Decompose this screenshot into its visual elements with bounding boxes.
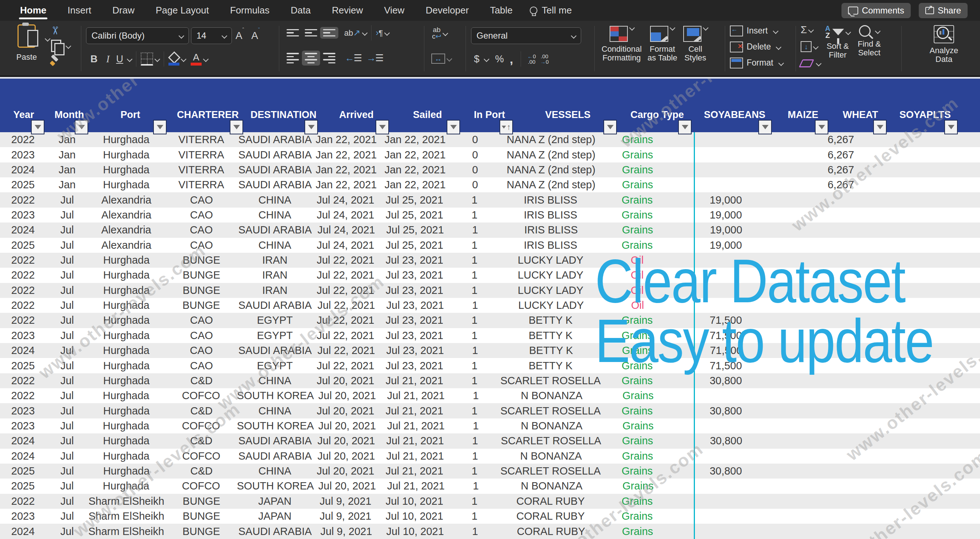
cell-sailed[interactable]: Jan 22, 2021: [380, 132, 450, 147]
cell-month[interactable]: Jul: [46, 388, 88, 403]
align-middle-button[interactable]: [302, 27, 320, 39]
filter-dropdown-button-maize[interactable]: [815, 120, 828, 135]
cell-month[interactable]: Jul: [46, 313, 88, 328]
cell-year[interactable]: 2023: [0, 419, 46, 433]
cell-destination[interactable]: SOUTH KOREA: [238, 388, 313, 403]
cell-soyaplts[interactable]: [864, 178, 933, 192]
cell-destination[interactable]: CHINA: [239, 403, 311, 418]
cell-charterer[interactable]: BUNGE: [164, 253, 239, 268]
cell-cargo-type[interactable]: Grains: [601, 509, 673, 524]
cell-port[interactable]: Hurghada: [88, 373, 164, 388]
cell-hipr[interactable]: [933, 419, 980, 433]
cell-port[interactable]: Hurghada: [88, 449, 164, 464]
currency-format-button[interactable]: $: [471, 54, 488, 65]
cell-maize[interactable]: [751, 509, 807, 524]
align-center-button[interactable]: [302, 51, 320, 65]
cell-year[interactable]: 2023: [0, 208, 46, 222]
cell-maize[interactable]: [751, 494, 807, 509]
align-right-button[interactable]: [320, 51, 338, 65]
cell-in-port[interactable]: 1: [450, 419, 501, 433]
cell-cargo-type[interactable]: Grains: [601, 433, 674, 448]
cell-year[interactable]: 2024: [0, 524, 46, 539]
cell-cargo-type[interactable]: Grains: [602, 479, 674, 493]
borders-button[interactable]: [141, 52, 159, 65]
cell-port[interactable]: Hurghada: [88, 162, 164, 178]
cell-soyaplts[interactable]: [864, 433, 933, 448]
cell-month[interactable]: Jul: [46, 509, 88, 524]
cell-arrived[interactable]: Jul 22, 2021: [312, 298, 380, 313]
cell-port[interactable]: Hurghada: [88, 403, 164, 418]
cell-soyabeans[interactable]: 19,000: [673, 208, 751, 222]
cell-year[interactable]: 2025: [0, 238, 46, 253]
cell-soyaplts[interactable]: [864, 419, 932, 433]
cell-vessels[interactable]: BETTY K: [500, 328, 601, 343]
align-left-button[interactable]: [284, 51, 302, 65]
cell-maize[interactable]: [752, 132, 807, 147]
cell-port[interactable]: Alexandria: [88, 222, 164, 238]
cell-hipr[interactable]: [932, 298, 980, 313]
cell-arrived[interactable]: Jan 22, 2021: [312, 162, 380, 178]
menu-tab-review[interactable]: Review: [321, 0, 373, 21]
cell-port[interactable]: Hurghada: [88, 433, 164, 448]
cell-month[interactable]: Jul: [46, 208, 88, 222]
cell-in-port[interactable]: 1: [449, 208, 500, 222]
cell-maize[interactable]: [752, 524, 807, 539]
cell-port[interactable]: Sharm ElSheikh: [88, 509, 164, 524]
cell-port[interactable]: Hurghada: [88, 313, 164, 328]
font-size-select[interactable]: 14: [191, 27, 232, 44]
cell-port[interactable]: Hurghada: [88, 283, 164, 298]
font-name-select[interactable]: Calibri (Body): [86, 27, 189, 44]
cell-destination[interactable]: SAUDI ARABIA: [239, 343, 312, 358]
cell-destination[interactable]: IRAN: [239, 283, 311, 298]
cell-vessels[interactable]: IRIS BLISS: [500, 192, 601, 207]
cell-destination[interactable]: SAUDI ARABIA: [239, 524, 312, 539]
cell-wheat[interactable]: 6,267: [807, 132, 864, 147]
cell-wheat[interactable]: [807, 509, 863, 524]
cell-vessels[interactable]: N BONANZA: [501, 449, 601, 464]
cell-wheat[interactable]: [807, 419, 864, 433]
cell-year[interactable]: 2022: [0, 388, 46, 403]
cell-vessels[interactable]: N BONANZA: [501, 388, 602, 403]
cell-destination[interactable]: SAUDI ARABIA: [239, 147, 312, 162]
cell-vessels[interactable]: LUCKY LADY: [500, 283, 601, 298]
cell-vessels[interactable]: SCARLET ROSELLA: [500, 373, 601, 388]
cell-month[interactable]: Jan: [46, 147, 88, 162]
cell-soyabeans[interactable]: 30,800: [673, 373, 751, 388]
cell-charterer[interactable]: BUNGE: [164, 298, 238, 313]
cell-charterer[interactable]: BUNGE: [164, 509, 239, 524]
cell-in-port[interactable]: 0: [450, 132, 501, 147]
cell-in-port[interactable]: 0: [450, 147, 501, 162]
cell-wheat[interactable]: [807, 403, 863, 418]
cell-month[interactable]: Jul: [46, 479, 88, 493]
cell-year[interactable]: 2025: [0, 358, 46, 373]
cell-charterer[interactable]: COFCO: [164, 388, 238, 403]
cell-port[interactable]: Alexandria: [88, 192, 164, 207]
cell-vessels[interactable]: NANA Z (2nd step): [501, 178, 601, 192]
cell-hipr[interactable]: [933, 479, 980, 493]
cell-sailed[interactable]: Jul 10, 2021: [380, 494, 449, 509]
cell-in-port[interactable]: 1: [449, 494, 500, 509]
cell-wheat[interactable]: [807, 494, 863, 509]
cell-sailed[interactable]: Jul 25, 2021: [380, 222, 450, 238]
cell-charterer[interactable]: COFCO: [164, 419, 238, 433]
cell-cargo-type[interactable]: Grains: [601, 222, 674, 238]
cell-vessels[interactable]: LUCKY LADY: [500, 253, 601, 268]
cell-year[interactable]: 2022: [0, 313, 46, 328]
filter-dropdown-button-soyaplts[interactable]: [944, 120, 958, 135]
cell-year[interactable]: 2022: [0, 298, 46, 313]
cell-cargo-type[interactable]: Grains: [601, 524, 674, 539]
cell-hipr[interactable]: [932, 268, 980, 282]
cell-destination[interactable]: CHINA: [239, 192, 311, 207]
cell-arrived[interactable]: Jul 20, 2021: [311, 373, 380, 388]
menu-tab-insert[interactable]: Insert: [57, 0, 102, 21]
cell-sailed[interactable]: Jul 23, 2021: [380, 298, 450, 313]
cell-arrived[interactable]: Jul 24, 2021: [312, 222, 380, 238]
cell-in-port[interactable]: 1: [450, 433, 501, 448]
cell-vessels[interactable]: NANA Z (2nd step): [501, 147, 601, 162]
cell-month[interactable]: Jul: [46, 268, 88, 282]
cell-month[interactable]: Jul: [46, 253, 88, 268]
cell-year[interactable]: 2022: [0, 192, 46, 207]
cell-vessels[interactable]: IRIS BLISS: [500, 208, 601, 222]
cell-styles-button[interactable]: CellStyles: [680, 24, 711, 65]
cell-in-port[interactable]: 1: [449, 313, 500, 328]
